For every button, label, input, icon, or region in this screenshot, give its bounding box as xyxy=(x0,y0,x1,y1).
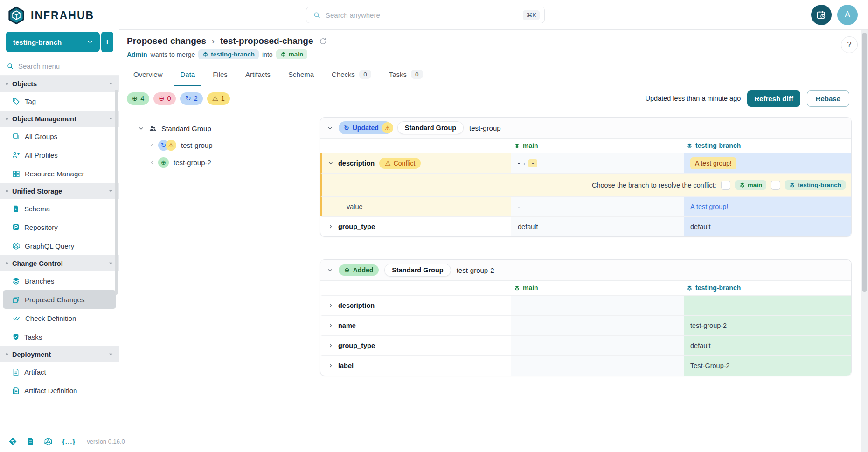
tab-checks[interactable]: Checks0 xyxy=(325,64,378,86)
resolve-branch-checkbox[interactable] xyxy=(771,181,780,190)
merge-summary: Admin wants to merge testing-branch into… xyxy=(127,49,857,59)
chevron-right-icon[interactable] xyxy=(328,323,333,328)
resolve-main-checkbox[interactable] xyxy=(721,181,730,190)
global-search[interactable]: ⌘K xyxy=(306,7,545,23)
chevron-right-icon[interactable] xyxy=(328,303,333,308)
sidebar-item-label: All Groups xyxy=(25,132,57,140)
tab-label: Schema xyxy=(288,70,314,78)
chevron-down-icon[interactable] xyxy=(327,267,333,273)
object-name: test-group-2 xyxy=(457,266,494,274)
tab-tasks[interactable]: Tasks0 xyxy=(382,64,430,86)
conflict-badge: ⚠Conflict xyxy=(379,158,421,169)
sidebar-item-all-groups[interactable]: All Groups xyxy=(0,127,119,146)
sidebar-item-check-definition[interactable]: Check Definition xyxy=(0,309,119,327)
diff-row-description[interactable]: description - xyxy=(320,295,851,315)
global-search-input[interactable] xyxy=(326,11,518,19)
sidebar-item-label: Tag xyxy=(25,97,36,105)
brand-logo[interactable]: INFRAHUB xyxy=(0,0,119,30)
refresh-icon[interactable] xyxy=(319,37,327,45)
time-travel-button[interactable] xyxy=(811,5,832,25)
chevron-down-icon xyxy=(138,125,144,132)
git-icon[interactable] xyxy=(8,437,17,446)
sidebar-item-graphql-query[interactable]: GraphQL Query xyxy=(0,236,119,255)
menu-group-unified-storage[interactable]: Unified Storage xyxy=(0,183,119,199)
chevron-down-icon[interactable] xyxy=(327,125,333,131)
diff-row-group-type[interactable]: group_type default xyxy=(320,335,851,355)
sidebar-search[interactable] xyxy=(0,57,119,76)
breadcrumb-root[interactable]: Proposed changes xyxy=(127,36,206,46)
bullet-icon xyxy=(6,118,8,120)
refresh-diff-button[interactable]: Refresh diff xyxy=(747,90,800,107)
sidebar-item-schema[interactable]: Schema xyxy=(0,199,119,218)
tree-node-standard-group[interactable]: Standard Group xyxy=(138,125,306,132)
shield-check-icon xyxy=(12,333,20,341)
tab-schema[interactable]: Schema xyxy=(282,64,320,86)
docs-icon[interactable] xyxy=(27,437,35,446)
tree-node-test-group[interactable]: ↻ ⚠ test-group xyxy=(151,138,306,152)
plus-circle-icon: ⊕ xyxy=(132,95,138,102)
chevron-down-icon[interactable] xyxy=(328,160,333,166)
scrollbar-thumb[interactable] xyxy=(862,33,867,292)
sidebar-item-tasks[interactable]: Tasks xyxy=(0,327,119,346)
menu-group-change-control[interactable]: Change Control xyxy=(0,255,119,271)
chevron-right-icon[interactable] xyxy=(328,343,333,348)
help-button[interactable]: ? xyxy=(841,36,858,53)
sidebar-item-proposed-changes[interactable]: Proposed Changes xyxy=(3,290,116,309)
chevron-right-icon[interactable] xyxy=(328,224,333,229)
author-name[interactable]: Admin xyxy=(127,51,147,58)
sidebar-item-artifact-definition[interactable]: Artifact Definition xyxy=(0,381,119,400)
diff-card-header[interactable]: ⊕ Added Standard Group test-group-2 xyxy=(320,260,851,281)
tab-overview[interactable]: Overview xyxy=(127,64,169,86)
menu-group-objects[interactable]: Objects xyxy=(0,76,119,92)
sidebar-item-artifact[interactable]: Artifact xyxy=(0,362,119,381)
sidebar-item-tag[interactable]: Tag xyxy=(0,92,119,111)
tab-label: Files xyxy=(213,70,228,78)
graphql-icon xyxy=(12,242,20,250)
conflict-warning-icon: ⚠ xyxy=(382,122,393,133)
bullet-icon xyxy=(6,83,8,85)
diff-row-description[interactable]: description ⚠Conflict - › - A test group… xyxy=(320,153,851,173)
tree-node-test-group-2[interactable]: ⊕ test-group-2 xyxy=(151,155,306,169)
arrow-separator: › xyxy=(523,160,525,167)
sidebar-search-input[interactable] xyxy=(18,62,97,70)
tab-files[interactable]: Files xyxy=(206,64,234,86)
tab-label: Artifacts xyxy=(245,70,271,78)
updated-count: 2 xyxy=(194,95,198,102)
sidebar-item-resource-manager[interactable]: Resource Manager xyxy=(0,164,119,183)
tab-artifacts[interactable]: Artifacts xyxy=(239,64,277,86)
removed-count: 0 xyxy=(167,95,171,102)
tree-node-label: test-group-2 xyxy=(174,159,211,167)
avatar[interactable]: A xyxy=(837,5,858,25)
conflict-indicator-icon: ⚠ xyxy=(166,140,176,151)
resolve-main-badge[interactable]: main xyxy=(735,180,767,190)
rebase-button[interactable]: Rebase xyxy=(807,90,849,107)
added-count-chip: ⊕4 xyxy=(127,92,149,105)
source-branch-badge[interactable]: testing-branch xyxy=(198,49,259,59)
sidebar-footer: {...} version 0.16.0 xyxy=(0,431,119,452)
swagger-braces-icon[interactable]: {...} xyxy=(62,438,76,445)
diff-row-group-type[interactable]: group_type default default xyxy=(320,216,851,236)
tab-data[interactable]: Data xyxy=(174,64,202,86)
diff-row-value[interactable]: value - A test group! xyxy=(320,196,851,216)
sidebar-item-repository[interactable]: Repository xyxy=(0,218,119,236)
diff-card-test-group-2: ⊕ Added Standard Group test-group-2 main xyxy=(320,259,852,376)
checks-count-badge: 0 xyxy=(359,70,371,79)
branch-selector[interactable]: testing-branch xyxy=(6,32,100,52)
resolve-branch-badge[interactable]: testing-branch xyxy=(785,180,846,190)
add-branch-button[interactable]: + xyxy=(101,32,113,52)
menu-group-deployment[interactable]: Deployment xyxy=(0,346,119,362)
diff-card-header[interactable]: ↻ Updated ⚠ Standard Group test-group xyxy=(320,118,851,139)
sidebar-scrollbar[interactable] xyxy=(115,90,118,295)
diff-row-name[interactable]: name test-group-2 xyxy=(320,315,851,335)
chevron-right-icon[interactable] xyxy=(328,363,333,369)
sidebar-item-all-profiles[interactable]: All Profiles xyxy=(0,146,119,164)
diff-row-label[interactable]: label Test-Group-2 xyxy=(320,355,851,376)
menu-group-object-management[interactable]: Object Management xyxy=(0,111,119,127)
shortcut-badge: ⌘K xyxy=(523,10,540,20)
sidebar-item-branches[interactable]: Branches xyxy=(0,271,119,290)
graphql-voyager-icon[interactable] xyxy=(44,437,53,446)
tab-bar: Overview Data Files Artifacts Schema Che… xyxy=(119,64,868,86)
page-scrollbar[interactable] xyxy=(861,30,868,452)
tab-label: Checks xyxy=(332,70,355,78)
target-branch-badge[interactable]: main xyxy=(276,49,308,59)
